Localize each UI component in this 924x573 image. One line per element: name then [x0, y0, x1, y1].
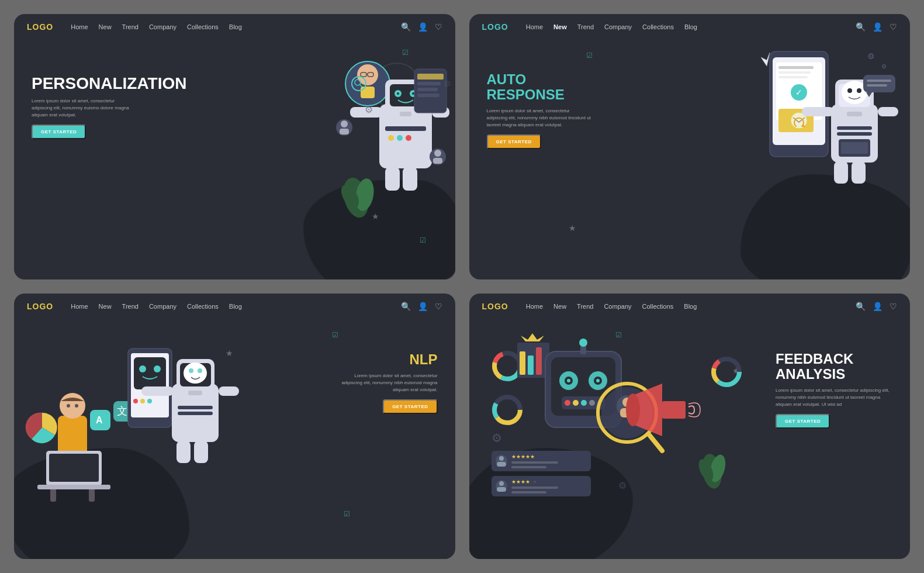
- user-icon-4[interactable]: 👤: [873, 302, 883, 311]
- nav-home-2[interactable]: Home: [526, 23, 543, 30]
- nav-trend-1[interactable]: Trend: [122, 23, 139, 30]
- svg-rect-85: [37, 485, 110, 489]
- nav-collections-1[interactable]: Collections: [187, 23, 219, 30]
- svg-rect-18: [385, 126, 426, 131]
- svg-rect-107: [178, 412, 213, 415]
- nav-company-1[interactable]: Company: [149, 23, 177, 30]
- svg-rect-17: [400, 112, 411, 116]
- nav-new-1[interactable]: New: [99, 23, 112, 30]
- search-icon[interactable]: 🔍: [401, 22, 411, 32]
- nav-icons-1: 🔍 👤 ♡: [401, 22, 442, 32]
- svg-point-82: [75, 404, 78, 408]
- get-started-btn-1[interactable]: GET STARTED: [32, 125, 86, 139]
- get-started-btn-3[interactable]: GET STARTED: [383, 399, 437, 414]
- svg-rect-147: [662, 401, 686, 419]
- svg-point-157: [499, 481, 504, 486]
- svg-point-97: [140, 399, 145, 403]
- heart-icon[interactable]: ♡: [435, 22, 442, 32]
- heart-icon-3[interactable]: ♡: [435, 302, 442, 311]
- svg-point-132: [596, 379, 600, 382]
- nlp-illustration: A 文: [14, 319, 265, 506]
- nav-trend-2[interactable]: Trend: [577, 23, 594, 30]
- svg-rect-46: [778, 71, 811, 74]
- nav-new-4[interactable]: New: [553, 303, 566, 310]
- get-started-btn-2[interactable]: GET STARTED: [487, 134, 541, 149]
- svg-rect-151: [497, 462, 506, 467]
- svg-point-103: [189, 368, 193, 373]
- nav-trend-3[interactable]: Trend: [122, 303, 139, 310]
- svg-rect-161: [511, 486, 558, 489]
- user-icon[interactable]: 👤: [418, 22, 428, 32]
- nav-company-2[interactable]: Company: [604, 23, 632, 30]
- svg-rect-36: [433, 158, 442, 164]
- svg-point-139: [579, 339, 587, 347]
- personalization-illustration: ⚙ ⚙: [210, 40, 455, 227]
- search-icon-2[interactable]: 🔍: [856, 22, 866, 32]
- card-body-3: ☑ ☑ ★ A: [14, 319, 455, 559]
- feedback-illustration: ⚙ ⚙: [469, 319, 744, 506]
- hero-title-3: NLP: [333, 351, 438, 368]
- svg-text:⚙: ⚙: [444, 79, 451, 88]
- logo-1: LOGO: [27, 22, 53, 32]
- nav-new-3[interactable]: New: [99, 303, 112, 310]
- search-icon-4[interactable]: 🔍: [856, 302, 866, 311]
- nav-blog-2[interactable]: Blog: [684, 23, 697, 30]
- svg-rect-45: [778, 66, 814, 69]
- svg-point-57: [847, 88, 852, 93]
- svg-rect-158: [497, 487, 506, 492]
- nav-blog-4[interactable]: Blog: [684, 303, 697, 310]
- nav-links-1: Home New Trend Company Collections Blog: [71, 23, 400, 30]
- nav-collections-3[interactable]: Collections: [187, 303, 219, 310]
- svg-rect-153: [511, 461, 558, 464]
- svg-rect-33: [340, 129, 349, 134]
- svg-point-21: [406, 135, 411, 141]
- svg-rect-106: [178, 406, 213, 409]
- nav-icons-3: 🔍 👤 ♡: [401, 302, 442, 311]
- svg-point-15: [397, 92, 399, 95]
- nav-1: LOGO Home New Trend Company Collections …: [14, 14, 455, 40]
- svg-point-96: [133, 399, 138, 403]
- svg-rect-122: [520, 351, 525, 375]
- nav-blog-3[interactable]: Blog: [229, 303, 242, 310]
- svg-line-145: [649, 435, 662, 451]
- nav-links-2: Home New Trend Company Collections Blog: [526, 23, 856, 30]
- user-icon-2[interactable]: 👤: [873, 22, 883, 32]
- hero-desc-4: Lorem ipsum dolor sit amet, consectetur …: [776, 387, 892, 408]
- svg-point-135: [573, 400, 579, 406]
- user-icon-3[interactable]: 👤: [418, 302, 428, 311]
- nav-new-2[interactable]: New: [553, 23, 567, 30]
- svg-rect-25: [403, 167, 417, 191]
- nav-blog-1[interactable]: Blog: [229, 23, 242, 30]
- svg-point-19: [388, 135, 394, 141]
- svg-point-137: [589, 400, 595, 406]
- hero-text-2: AUTO RESPONSE Lorem ipsum dolor sit amet…: [487, 72, 592, 149]
- card-body-4: ☑ ★ ⚙ ⚙: [469, 319, 911, 559]
- heart-icon-4[interactable]: ♡: [890, 302, 897, 311]
- svg-rect-29: [417, 88, 438, 91]
- nav-trend-4[interactable]: Trend: [577, 303, 593, 310]
- get-started-btn-4[interactable]: GET STARTED: [776, 414, 830, 429]
- svg-rect-162: [511, 491, 546, 493]
- svg-text:文: 文: [117, 405, 127, 417]
- nav-collections-2[interactable]: Collections: [642, 23, 674, 30]
- card-personalization: LOGO Home New Trend Company Collections …: [14, 14, 455, 279]
- nav-home-4[interactable]: Home: [526, 303, 543, 310]
- svg-point-35: [434, 150, 441, 157]
- svg-marker-70: [761, 53, 770, 66]
- svg-point-150: [499, 456, 504, 461]
- nav-company-4[interactable]: Company: [604, 303, 631, 310]
- auto-response-illustration: ✓: [653, 40, 910, 227]
- logo-2: LOGO: [482, 22, 508, 32]
- nav-home-3[interactable]: Home: [71, 303, 88, 310]
- nav-company-3[interactable]: Company: [149, 303, 177, 310]
- nav-links-3: Home New Trend Company Collections Blog: [71, 303, 400, 310]
- svg-point-32: [341, 120, 348, 127]
- search-icon-3[interactable]: 🔍: [401, 302, 411, 311]
- heart-icon-2[interactable]: ♡: [890, 22, 897, 32]
- nav-home-1[interactable]: Home: [71, 23, 88, 30]
- svg-rect-154: [511, 466, 546, 468]
- svg-rect-123: [528, 355, 534, 375]
- svg-point-80: [60, 393, 85, 419]
- nav-collections-4[interactable]: Collections: [642, 303, 674, 310]
- svg-rect-27: [417, 74, 444, 80]
